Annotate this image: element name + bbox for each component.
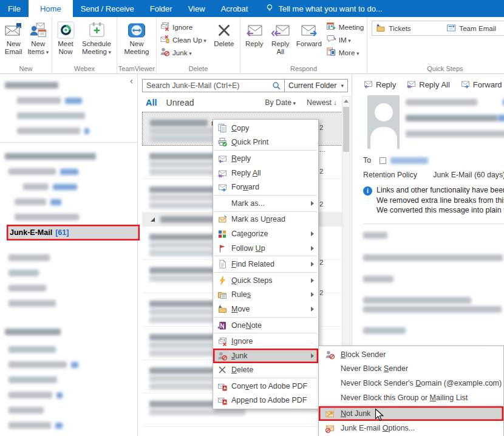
sidebar-folder-item[interactable] <box>0 108 137 123</box>
new-meeting-button[interactable]: New Meeting <box>118 19 155 56</box>
sidebar-folder-item[interactable] <box>0 194 137 209</box>
scrollbar-thumb[interactable] <box>343 107 349 152</box>
sidebar-folder-item[interactable] <box>0 123 137 138</box>
junk-button[interactable]: Junk <box>158 46 208 58</box>
sidebar-folder-item[interactable] <box>0 342 137 357</box>
menu-item-follow-up[interactable]: Follow Up <box>213 241 318 256</box>
menu-item-onenote[interactable]: OneNote <box>213 318 318 333</box>
meeting-button[interactable]: Meeting <box>324 21 366 33</box>
submenu-item-never-block-sender[interactable]: Never Block Sender <box>319 362 503 376</box>
sidebar-folder-item[interactable] <box>0 250 137 265</box>
sidebar-folder-item[interactable] <box>0 281 137 296</box>
menu-item-convert-to-adobe-pdf[interactable]: Convert to Adobe PDF <box>213 379 318 393</box>
date-fragment: 2 <box>319 168 323 175</box>
sidebar-section-header[interactable] <box>0 149 137 164</box>
sidebar-section-header[interactable] <box>0 324 137 339</box>
info-banner: Links and other functionality have been … <box>363 185 504 216</box>
menu-item-rules[interactable]: Rules <box>213 288 318 302</box>
submenu-item-not-junk[interactable]: Not Junk <box>319 406 503 421</box>
menu-item-append-to-adobe-pdf[interactable]: Append to Adobe PDF <box>213 393 318 408</box>
clean-up-button[interactable]: Clean Up <box>158 33 208 46</box>
tab-view[interactable]: View <box>180 0 213 17</box>
redacted-mail-text <box>149 334 221 341</box>
menu-item-label: Reply <box>231 154 318 163</box>
ignore-button[interactable]: Ignore <box>158 21 208 33</box>
sidebar-folder-item[interactable] <box>0 265 137 281</box>
tab-home[interactable]: Home <box>29 0 73 17</box>
sidebar-folder-item[interactable] <box>0 403 137 418</box>
schedule-meeting-button[interactable]: Schedule Meeting <box>78 19 115 56</box>
sidebar-folder-item[interactable] <box>0 418 137 433</box>
menu-item-reply[interactable]: Reply <box>213 151 318 166</box>
tell-me-box[interactable]: Tell me what you want to do... <box>265 0 382 17</box>
info-icon <box>363 186 372 196</box>
sidebar-folder-item[interactable] <box>0 357 137 372</box>
scroll-up-icon[interactable] <box>342 97 350 106</box>
menu-separator <box>320 405 502 406</box>
group-label-new: New <box>0 65 52 72</box>
menu-item-mark-as-unread[interactable]: Mark as Unread <box>213 213 318 227</box>
menu-item-forward[interactable]: Forward <box>213 180 318 194</box>
new-items-button[interactable]: New Items <box>26 19 51 56</box>
search-scope-dropdown[interactable]: Current Folder <box>285 81 347 90</box>
search-input[interactable]: Search Junk-E-Mail (Ctrl+E) <box>143 81 268 90</box>
menu-item-junk[interactable]: Junk <box>213 349 318 363</box>
meet-now-button[interactable]: Meet Now <box>53 19 78 56</box>
sidebar-folder-item[interactable] <box>0 93 137 108</box>
menu-item-copy[interactable]: Copy <box>213 121 318 135</box>
menu-item-reply-all[interactable]: Reply All <box>213 166 318 180</box>
tab-file[interactable]: File <box>0 0 29 17</box>
sidebar-folder-item[interactable] <box>0 387 137 403</box>
sidebar-item-junk-e-mail[interactable]: Junk-E-Mail[61] <box>7 225 140 240</box>
date-fragment: 2 <box>319 289 323 296</box>
redacted-unread-count <box>84 128 89 134</box>
tab-folder[interactable]: Folder <box>142 0 180 17</box>
submenu-item-junk-e-mail-options[interactable]: Junk E-mail Options... <box>319 421 503 435</box>
menu-item-quick-steps[interactable]: Quick Steps <box>213 273 318 288</box>
tab-send-receive[interactable]: Send / Receive <box>73 0 142 17</box>
menu-item-find-related[interactable]: Find Related <box>213 257 318 271</box>
menu-item-quick-print[interactable]: Quick Print <box>213 135 318 150</box>
sidebar-folder-item[interactable] <box>0 209 137 225</box>
ribbon: New Email New Items New Meet Now Schedul… <box>0 17 504 74</box>
filter-unread[interactable]: Unread <box>166 98 194 107</box>
more-button[interactable]: More <box>324 46 366 58</box>
menu-item-delete[interactable]: Delete <box>213 363 318 378</box>
qs-team-email[interactable]: Team Email <box>446 22 502 34</box>
menu-item-categorize[interactable]: Categorize <box>213 227 318 241</box>
meeting-label: Meeting <box>339 23 364 31</box>
collapse-pane-icon[interactable] <box>130 77 133 84</box>
tab-acrobat[interactable]: Acrobat <box>213 0 256 17</box>
junk-options-icon <box>319 423 341 433</box>
reading-action-forward[interactable]: Forward <box>460 79 502 90</box>
menu-item-label: Not Junk <box>341 409 503 418</box>
redacted-body-text <box>363 276 393 282</box>
delete-button[interactable]: Delete <box>209 19 239 48</box>
redacted-unread-count <box>56 392 63 398</box>
menu-item-mark-as[interactable]: Mark as... <box>213 196 318 211</box>
menu-item-move[interactable]: Move <box>213 302 318 316</box>
reply-all-button[interactable]: Reply All <box>267 19 294 56</box>
reading-action-reply[interactable]: Reply <box>363 79 396 90</box>
submenu-item-block-sender[interactable]: Block Sender <box>319 347 503 362</box>
sidebar-folder-item[interactable] <box>0 179 137 194</box>
search-box[interactable]: Search Junk-E-Mail (Ctrl+E) Current Fold… <box>142 79 348 92</box>
recipient-checkbox[interactable] <box>380 157 386 164</box>
forward-button[interactable]: Forward <box>294 19 324 48</box>
move-icon <box>213 304 231 314</box>
reply-button[interactable]: Reply <box>242 19 267 48</box>
filter-all[interactable]: All <box>146 98 157 107</box>
menu-item-ignore[interactable]: Ignore <box>213 334 318 349</box>
new-email-button[interactable]: New Email <box>1 19 26 56</box>
sort-order-toggle[interactable]: Newest <box>307 98 337 107</box>
sidebar-section-header[interactable] <box>0 78 137 93</box>
sidebar-folder-item[interactable] <box>0 164 137 179</box>
qs-tickets[interactable]: Tickets <box>376 22 443 34</box>
sidebar-folder-item[interactable] <box>0 296 137 311</box>
sidebar-folder-item[interactable] <box>0 372 137 387</box>
submenu-item-never-block-this-group-or-mailing-list[interactable]: Never Block this Group or Mailing List <box>319 390 503 405</box>
reading-action-reply-all[interactable]: Reply All <box>406 79 450 90</box>
im-button[interactable]: IM <box>324 33 366 46</box>
sort-by-dropdown[interactable]: By Date <box>265 98 296 107</box>
submenu-item-never-block-sender-s-domain-example-com[interactable]: Never Block Sender's Domain (@example.co… <box>319 376 503 390</box>
